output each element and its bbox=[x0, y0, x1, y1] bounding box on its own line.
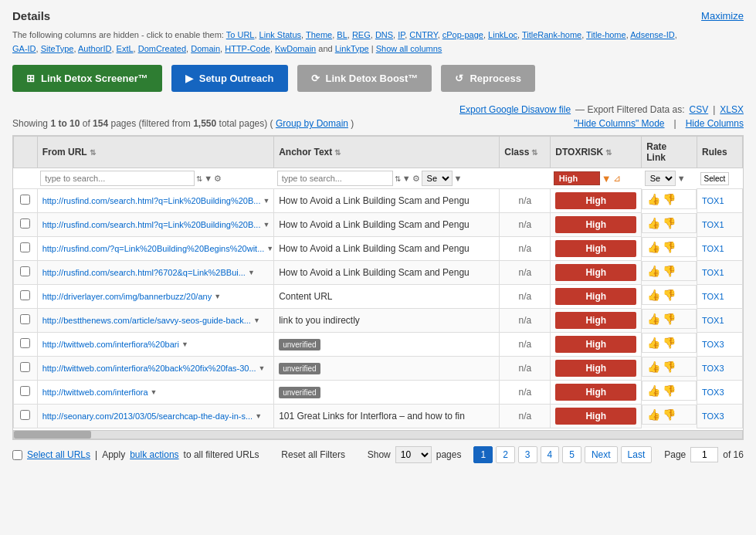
hidden-col-ga-id[interactable]: GA-ID bbox=[12, 44, 36, 53]
hidden-col-kwdomain[interactable]: KwDomain bbox=[275, 44, 316, 53]
th-anchor-text[interactable]: Anchor Text ⇅ bbox=[274, 137, 500, 168]
thumbs-up-1[interactable]: 👍 bbox=[647, 193, 660, 205]
url-dropdown-arrow-3[interactable]: ▼ bbox=[266, 245, 273, 252]
filter-anchor-icon[interactable]: ▼ bbox=[402, 174, 411, 183]
thumbs-up-8[interactable]: 👍 bbox=[647, 361, 660, 373]
sort-anchor-text[interactable]: ⇅ bbox=[334, 148, 341, 157]
horizontal-scrollbar[interactable] bbox=[13, 430, 743, 439]
thumbs-down-5[interactable]: 👎 bbox=[663, 289, 676, 301]
hidden-col-dns[interactable]: DNS bbox=[375, 30, 393, 39]
rules-link-8[interactable]: TOX3 bbox=[702, 364, 724, 373]
row-checkbox-8[interactable] bbox=[20, 362, 30, 372]
hidden-col-linktype[interactable]: LinkType bbox=[335, 44, 369, 53]
page-2-button[interactable]: 2 bbox=[496, 446, 515, 463]
sort-from-url[interactable]: ⇅ bbox=[90, 148, 96, 157]
thumbs-up-6[interactable]: 👍 bbox=[647, 313, 660, 325]
dtox-filter-input[interactable] bbox=[554, 171, 600, 185]
rules-link-6[interactable]: TOX1 bbox=[702, 316, 724, 325]
hidden-col-bl[interactable]: BL bbox=[337, 30, 347, 39]
row-checkbox-7[interactable] bbox=[20, 338, 30, 348]
rules-link-4[interactable]: TOX1 bbox=[702, 268, 724, 277]
export-disavow-link[interactable]: Export Google Disavow file bbox=[459, 104, 571, 115]
thumbs-down-10[interactable]: 👎 bbox=[663, 408, 676, 421]
thumbs-up-9[interactable]: 👍 bbox=[647, 384, 660, 397]
rules-link-7[interactable]: TOX3 bbox=[702, 340, 724, 349]
group-by-domain-link[interactable]: Group by Domain bbox=[276, 118, 348, 129]
thumbs-down-6[interactable]: 👎 bbox=[663, 313, 676, 325]
show-all-columns-link[interactable]: Show all columns bbox=[376, 44, 442, 53]
thumbs-down-2[interactable]: 👎 bbox=[663, 217, 676, 229]
select-all-checkbox[interactable] bbox=[12, 450, 22, 460]
url-dropdown-arrow-5[interactable]: ▼ bbox=[214, 293, 221, 300]
hidden-col-extl[interactable]: ExtL bbox=[117, 44, 134, 53]
screener-button[interactable]: ⊞ Link Detox Screener™ bbox=[12, 65, 162, 92]
search-anchor-text-input[interactable] bbox=[277, 171, 393, 186]
row-checkbox-3[interactable] bbox=[20, 242, 30, 252]
rate-filter-select[interactable]: Se bbox=[645, 171, 676, 186]
filter-from-url-icon[interactable]: ▼ bbox=[204, 174, 212, 183]
thumbs-up-2[interactable]: 👍 bbox=[647, 217, 660, 229]
th-class[interactable]: Class ⇅ bbox=[500, 137, 551, 168]
from-url-link-9[interactable]: http://twittweb.com/interfiora bbox=[42, 388, 148, 397]
url-dropdown-arrow-4[interactable]: ▼ bbox=[248, 269, 255, 276]
thumbs-down-8[interactable]: 👎 bbox=[663, 361, 676, 373]
row-checkbox-5[interactable] bbox=[20, 290, 30, 300]
from-url-link-3[interactable]: http://rusfind.com/?q=Link%20Building%20… bbox=[42, 244, 265, 253]
page-number-input[interactable] bbox=[690, 447, 718, 462]
th-dtoxrisk[interactable]: DTOXRISK ⇅ bbox=[551, 137, 642, 168]
dtox-funnel-icon[interactable]: ⊿ bbox=[613, 173, 621, 184]
thumbs-down-9[interactable]: 👎 bbox=[663, 384, 676, 397]
thumbs-up-5[interactable]: 👍 bbox=[647, 289, 660, 301]
url-dropdown-arrow-7[interactable]: ▼ bbox=[181, 340, 188, 348]
url-dropdown-arrow-8[interactable]: ▼ bbox=[259, 364, 266, 372]
page-4-button[interactable]: 4 bbox=[541, 446, 560, 463]
rules-filter-cell[interactable]: Select bbox=[697, 168, 743, 189]
hidden-col-cntry[interactable]: CNTRY bbox=[409, 30, 437, 39]
rules-link-5[interactable]: TOX1 bbox=[702, 292, 724, 301]
from-url-link-5[interactable]: http://driverlayer.com/img/bannerbuzz/20… bbox=[42, 292, 212, 301]
rules-link-9[interactable]: TOX3 bbox=[702, 388, 724, 397]
maximize-link[interactable]: Maximize bbox=[701, 10, 744, 22]
sort-asc-icon[interactable]: ⇅ bbox=[196, 174, 202, 183]
from-url-link-7[interactable]: http://twittweb.com/interfiora%20bari bbox=[42, 340, 179, 349]
sort-class[interactable]: ⇅ bbox=[531, 148, 537, 157]
rules-link-10[interactable]: TOX3 bbox=[702, 411, 724, 421]
rules-link-3[interactable]: TOX1 bbox=[702, 244, 724, 253]
row-checkbox-4[interactable] bbox=[20, 266, 30, 276]
thumbs-down-1[interactable]: 👎 bbox=[663, 193, 676, 205]
hidden-col-cpop[interactable]: cPop-page bbox=[442, 30, 483, 39]
row-checkbox-9[interactable] bbox=[20, 386, 30, 396]
hide-columns-link[interactable]: Hide Columns bbox=[686, 118, 744, 129]
hidden-col-reg[interactable]: REG bbox=[352, 30, 371, 39]
rules-link-2[interactable]: TOX1 bbox=[702, 220, 724, 229]
from-url-link-1[interactable]: http://rusfind.com/search.html?q=Link%20… bbox=[42, 196, 261, 205]
hidden-col-to-url[interactable]: To URL bbox=[226, 30, 255, 39]
class-filter-icon[interactable]: ▼ bbox=[454, 174, 463, 183]
url-dropdown-arrow-1[interactable]: ▼ bbox=[263, 197, 270, 205]
row-checkbox-6[interactable] bbox=[20, 314, 30, 324]
page-3-button[interactable]: 3 bbox=[518, 446, 537, 463]
page-5-button[interactable]: 5 bbox=[562, 446, 581, 463]
url-dropdown-arrow-2[interactable]: ▼ bbox=[263, 221, 270, 229]
hidden-col-ip[interactable]: IP bbox=[398, 30, 405, 39]
hidden-col-titlerank[interactable]: TitleRank-home bbox=[522, 30, 581, 39]
hidden-col-adsense[interactable]: Adsense-ID bbox=[630, 30, 674, 39]
from-url-link-4[interactable]: http://rusfind.com/search.html?6702&q=Li… bbox=[42, 268, 246, 277]
from-url-link-10[interactable]: http://seonary.com/2013/03/05/searchcap-… bbox=[42, 411, 253, 421]
hidden-col-domain[interactable]: Domain bbox=[191, 44, 220, 53]
hidden-col-theme[interactable]: Theme bbox=[306, 30, 332, 39]
rules-link-1[interactable]: TOX1 bbox=[702, 196, 724, 205]
th-from-url[interactable]: From URL ⇅ bbox=[37, 137, 274, 168]
hidden-col-linkloc[interactable]: LinkLoc bbox=[488, 30, 517, 39]
reprocess-button[interactable]: ↺ Reprocess bbox=[441, 65, 534, 92]
hidden-col-authorid[interactable]: AuthorID bbox=[78, 44, 111, 53]
page-1-button[interactable]: 1 bbox=[473, 446, 493, 463]
show-count-select[interactable]: 10 25 50 100 bbox=[395, 446, 432, 463]
row-checkbox-10[interactable] bbox=[20, 410, 30, 420]
filter-anchor-options-icon[interactable]: ⚙ bbox=[412, 174, 420, 184]
thumbs-up-7[interactable]: 👍 bbox=[647, 337, 660, 349]
outreach-button[interactable]: ▶ Setup Outreach bbox=[171, 65, 288, 92]
url-dropdown-arrow-9[interactable]: ▼ bbox=[151, 388, 158, 396]
url-dropdown-arrow-10[interactable]: ▼ bbox=[255, 412, 262, 420]
thumbs-up-4[interactable]: 👍 bbox=[647, 265, 660, 277]
